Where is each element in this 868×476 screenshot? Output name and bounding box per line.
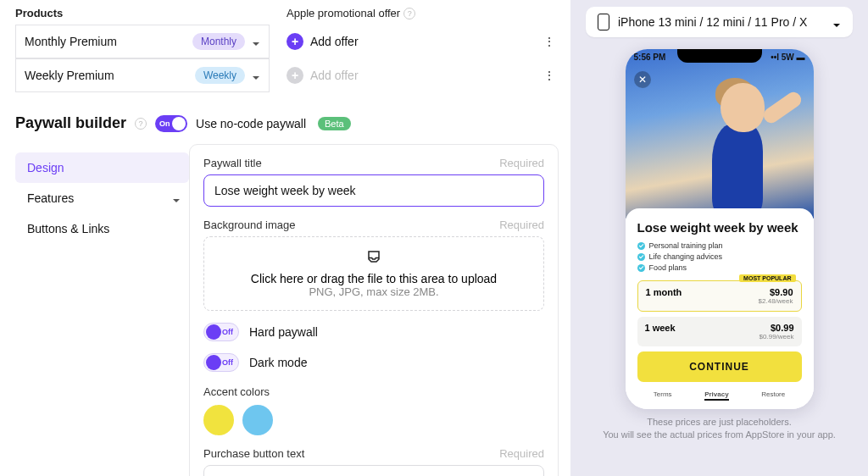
required-label: Required — [499, 219, 544, 231]
accent-color-blue[interactable] — [242, 405, 273, 435]
list-item: Life changing advices — [637, 252, 802, 261]
sidebar-nav: Design Features Buttons & Links — [15, 144, 189, 476]
plus-icon: + — [287, 33, 303, 50]
product-name: Monthly Premium — [25, 35, 186, 48]
chevron-down-icon — [172, 194, 181, 202]
phone-notch — [677, 49, 762, 63]
background-upload-dropzone[interactable]: Click here or drag the file to this area… — [203, 236, 544, 311]
field-label: Purchase button text — [203, 447, 304, 460]
continue-button[interactable]: CONTINUE — [637, 351, 802, 382]
dropzone-text-2: PNG, JPG, max size 2MB. — [216, 285, 531, 298]
add-offer-button[interactable]: + Add offer — [287, 33, 359, 50]
toggle-state-label: On — [159, 119, 170, 128]
check-icon — [637, 253, 645, 261]
preview-paywall-title: Lose weight week by week — [637, 220, 802, 235]
hard-paywall-toggle[interactable]: Off — [203, 323, 239, 341]
toggle-knob — [172, 117, 186, 130]
phone-preview: 5:56 PM ••l 5W ▬ ✕ Lose weight week by w… — [626, 49, 814, 409]
chevron-down-icon — [252, 71, 260, 80]
beta-badge: Beta — [318, 117, 351, 130]
toggle-state-label: Off — [222, 358, 233, 367]
list-item: Personal training plan — [637, 241, 802, 250]
help-icon[interactable]: ? — [403, 8, 415, 19]
product-name: Weekly Premium — [25, 69, 188, 82]
chevron-down-icon — [252, 37, 260, 46]
product-tag-weekly: Weekly — [195, 67, 245, 84]
paywall-builder-title: Paywall builder — [15, 114, 126, 132]
accent-color-yellow[interactable] — [203, 405, 234, 435]
sidebar-item-design[interactable]: Design — [15, 152, 189, 183]
required-label: Required — [499, 447, 544, 460]
list-item: Food plans — [637, 263, 802, 272]
toggle-state-label: Off — [222, 328, 233, 336]
add-offer-label: Add offer — [310, 35, 359, 48]
no-code-toggle-label: Use no-code paywall — [196, 117, 306, 130]
phone-icon — [598, 14, 609, 30]
row-menu-button[interactable]: ⋮ — [538, 35, 559, 48]
toggle-knob — [206, 324, 221, 340]
purchase-button-text-input[interactable] — [203, 465, 544, 476]
plus-icon: + — [287, 67, 303, 84]
link-privacy[interactable]: Privacy — [704, 390, 728, 401]
link-restore[interactable]: Restore — [761, 390, 785, 401]
field-label: Background image — [203, 219, 295, 231]
device-name-label: iPhone 13 mini / 12 mini / 11 Pro / X — [618, 15, 824, 29]
link-terms[interactable]: Terms — [654, 390, 672, 401]
close-icon[interactable]: ✕ — [634, 71, 651, 88]
offer-column-header-text: Apple promotional offer — [287, 7, 400, 19]
product-select-monthly[interactable]: Monthly Premium Monthly — [15, 25, 270, 58]
product-select-weekly[interactable]: Weekly Premium Weekly — [15, 58, 270, 92]
row-menu-button[interactable]: ⋮ — [538, 69, 559, 82]
product-tag-monthly: Monthly — [192, 33, 245, 50]
toggle-label: Dark mode — [249, 356, 307, 369]
toggle-label: Hard paywall — [249, 325, 318, 339]
feature-list: Personal training plan Life changing adv… — [637, 241, 802, 272]
device-selector[interactable]: iPhone 13 mini / 12 mini / 11 Pro / X — [586, 7, 853, 37]
field-label: Paywall title — [203, 157, 262, 169]
plan-card-week[interactable]: 1 week$0.99 $0.99/week — [637, 317, 802, 346]
status-signal: ••l 5W ▬ — [771, 53, 804, 62]
status-time: 5:56 PM — [634, 53, 666, 62]
add-offer-label: Add offer — [310, 69, 359, 82]
help-icon[interactable]: ? — [135, 118, 147, 130]
hero-image — [687, 75, 805, 227]
no-code-toggle[interactable]: On — [155, 115, 187, 132]
required-label: Required — [499, 157, 544, 169]
paywall-title-input[interactable] — [203, 174, 544, 207]
check-icon — [637, 242, 645, 250]
sidebar-item-buttons[interactable]: Buttons & Links — [15, 213, 189, 244]
toggle-knob — [206, 355, 221, 370]
dark-mode-toggle[interactable]: Off — [203, 353, 239, 372]
sidebar-item-label: Features — [27, 191, 74, 205]
offer-column-header: Apple promotional offer ? — [287, 7, 541, 19]
chevron-down-icon — [832, 18, 841, 26]
plan-card-month[interactable]: MOST POPULAR 1 month$9.90 $2.48/week — [637, 280, 802, 312]
field-label: Accent colors — [203, 385, 544, 398]
dropzone-text-1: Click here or drag the file to this area… — [216, 272, 531, 285]
most-popular-badge: MOST POPULAR — [739, 274, 795, 282]
price-note: These prices are just placeholders. You … — [586, 416, 853, 441]
sidebar-item-features[interactable]: Features — [15, 183, 189, 213]
design-form: Paywall title Required Background image … — [189, 144, 559, 476]
inbox-icon — [216, 249, 531, 268]
add-offer-button-disabled: + Add offer — [287, 67, 359, 84]
products-column-header: Products — [15, 7, 287, 19]
check-icon — [637, 264, 645, 272]
